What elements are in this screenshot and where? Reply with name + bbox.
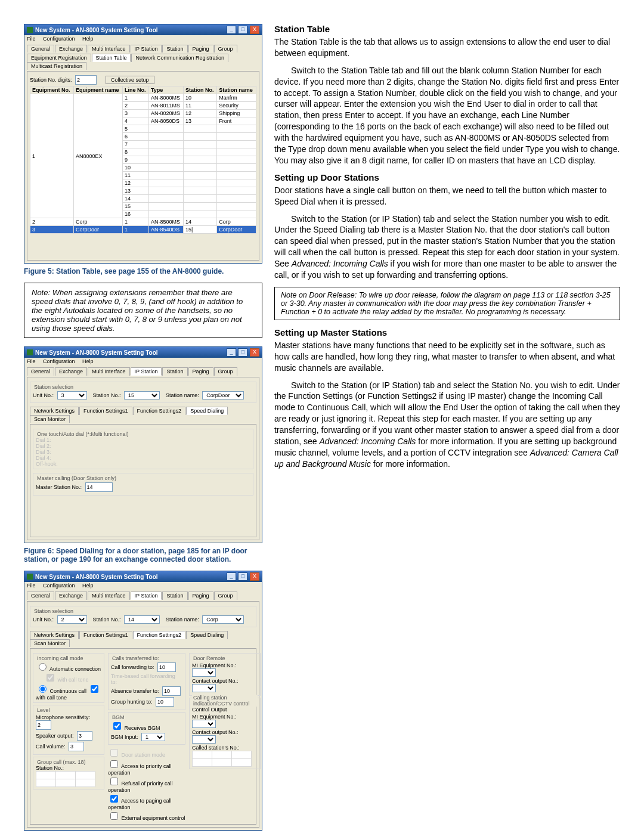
window-function-settings2: New System - AN-8000 System Setting Tool… bbox=[24, 571, 262, 831]
tab-exchange[interactable]: Exchange bbox=[55, 592, 87, 600]
cctv-control-label: Calling station indication/CCTV control bbox=[192, 695, 258, 707]
subtab-station-table[interactable]: Station Table bbox=[92, 54, 131, 62]
maximize-icon[interactable]: □ bbox=[238, 572, 247, 581]
menu-help[interactable]: Help bbox=[82, 358, 94, 364]
tab-ip-station[interactable]: IP Station bbox=[131, 592, 162, 600]
minimize-icon[interactable]: _ bbox=[227, 572, 236, 581]
tab-exchange[interactable]: Exchange bbox=[55, 45, 87, 52]
station-no-select[interactable]: 14 bbox=[124, 615, 160, 624]
subtab-speed-dial[interactable]: Speed Dialing bbox=[186, 407, 228, 415]
speaker-input[interactable] bbox=[77, 731, 92, 741]
call-fwd-input[interactable] bbox=[157, 662, 176, 672]
menu-help[interactable]: Help bbox=[82, 36, 94, 42]
col-type: Type bbox=[149, 86, 184, 94]
tab-exchange[interactable]: Exchange bbox=[55, 367, 87, 376]
station-name-select[interactable]: Corp bbox=[202, 615, 244, 624]
close-icon[interactable]: X bbox=[250, 26, 259, 34]
tab-paging[interactable]: Paging bbox=[188, 45, 213, 52]
menu-configuration[interactable]: Configuration bbox=[43, 583, 75, 589]
tab-general[interactable]: General bbox=[27, 592, 54, 600]
volume-input[interactable] bbox=[69, 742, 84, 751]
unit-no-select[interactable]: 3 bbox=[57, 391, 87, 400]
unit-no-select[interactable]: 2 bbox=[57, 615, 87, 624]
collective-setup-button[interactable]: Collective setup bbox=[106, 76, 154, 84]
minimize-icon[interactable]: _ bbox=[227, 26, 236, 34]
tab-ip-station[interactable]: IP Station bbox=[131, 367, 162, 376]
with-call-tone-check bbox=[47, 674, 54, 682]
subtab-scan[interactable]: Scan Monitor bbox=[30, 639, 70, 647]
mic-input[interactable] bbox=[36, 720, 51, 730]
subtab-func1[interactable]: Function Settings1 bbox=[79, 631, 132, 639]
tab-station[interactable]: Station bbox=[162, 45, 187, 52]
subtab-speed-dial[interactable]: Speed Dialing bbox=[186, 631, 228, 639]
station-name-label: Station name: bbox=[166, 392, 199, 398]
minimize-icon[interactable]: _ bbox=[227, 348, 236, 357]
subtab-scan[interactable]: Scan Monitor bbox=[30, 415, 70, 423]
tab-ip-station[interactable]: IP Station bbox=[131, 45, 162, 52]
menu-help[interactable]: Help bbox=[82, 583, 94, 589]
refusal-priority-check[interactable] bbox=[110, 778, 118, 785]
station-digits-input[interactable] bbox=[75, 75, 97, 85]
note-box-extensions: Note: When assigning extensions remember… bbox=[24, 283, 262, 338]
subtab-network-comm[interactable]: Network Communication Registration bbox=[131, 54, 228, 62]
subtab-multicast[interactable]: Multicast Registration bbox=[27, 62, 86, 70]
with-call-tone2-check[interactable] bbox=[91, 685, 98, 693]
subtab-network[interactable]: Network Settings bbox=[30, 631, 79, 639]
subtab-network[interactable]: Network Settings bbox=[30, 407, 79, 415]
subtab-func1[interactable]: Function Settings1 bbox=[79, 407, 132, 415]
note-box-door-release: Note on Door Release: To wire up door re… bbox=[274, 287, 620, 320]
menu-file[interactable]: File bbox=[27, 583, 36, 589]
access-paging-check[interactable] bbox=[110, 795, 118, 803]
subtab-func2[interactable]: Function Settings2 bbox=[133, 407, 186, 415]
tab-general[interactable]: General bbox=[27, 367, 54, 376]
access-priority-check[interactable] bbox=[110, 760, 118, 768]
close-icon[interactable]: X bbox=[250, 572, 259, 581]
close-icon[interactable]: X bbox=[250, 348, 259, 357]
subtab-equipment-reg[interactable]: Equipment Registration bbox=[27, 54, 91, 62]
menu-configuration[interactable]: Configuration bbox=[43, 36, 75, 42]
table-row[interactable]: 2Corp1AN-8500MS14Corp bbox=[30, 218, 256, 226]
external-ctrl-check[interactable] bbox=[110, 812, 118, 820]
tab-multi-interface[interactable]: Multi Interface bbox=[88, 367, 130, 376]
subtab-func2[interactable]: Function Settings2 bbox=[133, 631, 186, 639]
tab-group[interactable]: Group bbox=[214, 367, 237, 376]
tab-station[interactable]: Station bbox=[162, 367, 187, 376]
auto-connection-radio[interactable] bbox=[39, 663, 47, 671]
group-hunt-input[interactable] bbox=[156, 697, 174, 707]
master-station-no-label: Master Station No.: bbox=[36, 484, 82, 490]
receives-bgm-check[interactable] bbox=[113, 722, 121, 730]
app-icon bbox=[27, 27, 33, 33]
maximize-icon[interactable]: □ bbox=[238, 26, 247, 34]
tab-paging[interactable]: Paging bbox=[188, 367, 213, 376]
mi-equip-select-2[interactable] bbox=[192, 720, 216, 728]
tab-paging[interactable]: Paging bbox=[188, 592, 213, 600]
master-station-no-input[interactable] bbox=[85, 482, 113, 492]
tab-group[interactable]: Group bbox=[214, 45, 237, 52]
group-call-label: Group call (max. 18) bbox=[36, 759, 87, 765]
continuous-call-radio[interactable] bbox=[39, 685, 47, 693]
col-station-name: Station name bbox=[217, 86, 256, 94]
contact-out-select[interactable] bbox=[192, 684, 216, 692]
station-name-select[interactable]: CorpDoor bbox=[202, 391, 244, 400]
col-equipment-no: Equipment No. bbox=[30, 86, 74, 94]
absence-input[interactable] bbox=[162, 686, 181, 696]
station-no-select[interactable]: 15 bbox=[124, 391, 160, 400]
table-row[interactable]: 1 AN8000EX 1AN-8000MS10Manfrm bbox=[30, 94, 256, 102]
tab-station[interactable]: Station bbox=[162, 592, 187, 600]
contact-out-select-2[interactable] bbox=[192, 735, 216, 744]
tab-general[interactable]: General bbox=[27, 45, 54, 52]
tab-group[interactable]: Group bbox=[214, 592, 237, 600]
tab-multi-interface[interactable]: Multi Interface bbox=[88, 592, 130, 600]
station-table: Equipment No. Equipment name Line No. Ty… bbox=[30, 86, 256, 234]
menu-configuration[interactable]: Configuration bbox=[43, 358, 75, 364]
station-selection-label: Station selection bbox=[33, 384, 75, 390]
tab-multi-interface[interactable]: Multi Interface bbox=[88, 45, 130, 52]
mi-equip-select[interactable] bbox=[192, 668, 216, 677]
table-row-selected[interactable]: 3CorpDoor1AN-8540DS15|CorpDoor bbox=[30, 226, 256, 234]
maximize-icon[interactable]: □ bbox=[238, 348, 247, 357]
station-table-intro: The Station Table is the tab that allows… bbox=[274, 36, 620, 59]
bgm-input-select[interactable]: 1 bbox=[141, 733, 165, 741]
station-no-label: Station No.: bbox=[93, 392, 121, 398]
menu-file[interactable]: File bbox=[27, 36, 36, 42]
menu-file[interactable]: File bbox=[27, 358, 36, 364]
